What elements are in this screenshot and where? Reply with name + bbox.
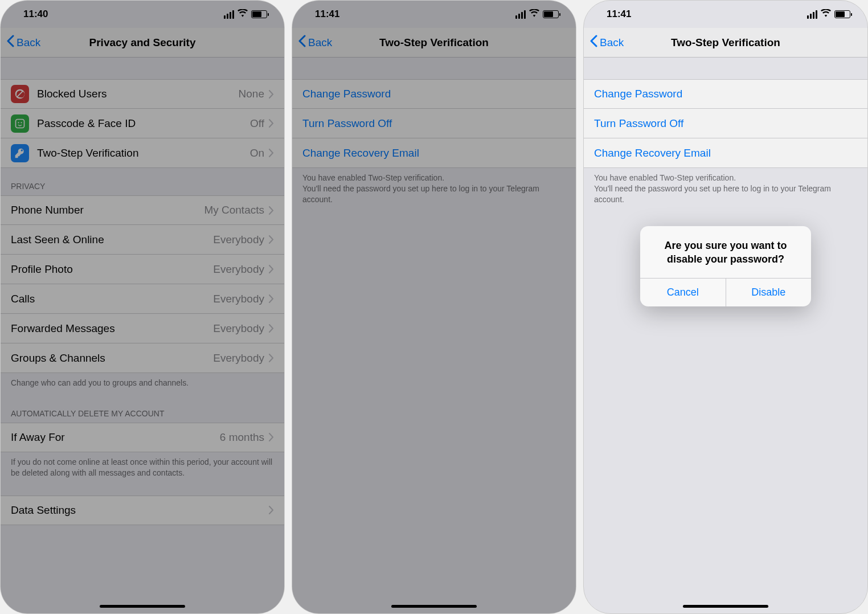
section-header-delete: AUTOMATICALLY DELETE MY ACCOUNT bbox=[1, 395, 284, 423]
page-title: Two-Step Verification bbox=[292, 36, 576, 49]
row-value: Everybody bbox=[213, 322, 264, 335]
wifi-icon bbox=[529, 9, 539, 20]
status-time: 11:40 bbox=[23, 9, 48, 20]
back-label: Back bbox=[600, 36, 624, 49]
signal-icon bbox=[807, 10, 817, 19]
back-label: Back bbox=[17, 36, 40, 49]
row-label: Profile Photo bbox=[11, 263, 213, 276]
battery-icon bbox=[834, 10, 850, 18]
row-label: Two-Step Verification bbox=[37, 147, 250, 159]
wifi-icon bbox=[821, 9, 831, 20]
row-data-settings[interactable]: Data Settings bbox=[1, 496, 284, 525]
disable-button[interactable]: Disable bbox=[726, 279, 812, 306]
screen-privacy-security: 11:40 Back Privacy and Security Blocked … bbox=[0, 0, 285, 614]
row-turn-password-off[interactable]: Turn Password Off bbox=[584, 109, 867, 138]
chevron-right-icon bbox=[269, 235, 274, 244]
chevron-right-icon bbox=[269, 90, 274, 99]
row-groups-channels[interactable]: Groups & Channels Everybody bbox=[1, 343, 284, 373]
chevron-right-icon bbox=[269, 294, 274, 303]
chevron-right-icon bbox=[269, 506, 274, 514]
row-value: Everybody bbox=[213, 263, 264, 276]
row-label: Phone Number bbox=[11, 204, 204, 216]
nav-bar: Back Two-Step Verification bbox=[584, 28, 867, 58]
status-bar: 11:41 bbox=[292, 1, 576, 28]
back-button[interactable]: Back bbox=[1, 35, 40, 50]
row-value: 6 months bbox=[220, 431, 264, 444]
row-label: Last Seen & Online bbox=[11, 234, 213, 246]
row-value: Everybody bbox=[213, 234, 264, 246]
row-if-away-for[interactable]: If Away For 6 months bbox=[1, 423, 284, 452]
row-change-password[interactable]: Change Password bbox=[292, 79, 576, 109]
row-value: My Contacts bbox=[204, 204, 264, 216]
row-label: Turn Password Off bbox=[594, 117, 857, 130]
row-value: On bbox=[250, 147, 264, 159]
home-indicator[interactable] bbox=[100, 605, 185, 608]
status-icons bbox=[807, 9, 850, 20]
row-two-step-verification[interactable]: Two-Step Verification On bbox=[1, 138, 284, 168]
faceid-icon bbox=[11, 114, 29, 133]
svg-point-2 bbox=[21, 122, 22, 123]
row-change-recovery-email[interactable]: Change Recovery Email bbox=[292, 138, 576, 168]
row-label: Change Recovery Email bbox=[594, 147, 857, 159]
status-time: 11:41 bbox=[315, 9, 339, 20]
row-value: Everybody bbox=[213, 352, 264, 365]
row-value: Everybody bbox=[213, 293, 264, 305]
chevron-right-icon bbox=[269, 354, 274, 362]
section-footer: You have enabled Two-Step verification. … bbox=[584, 168, 867, 212]
row-label: Blocked Users bbox=[37, 88, 239, 100]
screen-two-step-verification-alert: 11:41 Back Two-Step Verification Change … bbox=[583, 0, 868, 614]
chevron-right-icon bbox=[269, 433, 274, 441]
row-last-seen[interactable]: Last Seen & Online Everybody bbox=[1, 225, 284, 255]
chevron-right-icon bbox=[269, 119, 274, 128]
row-label: Calls bbox=[11, 293, 213, 305]
cancel-button[interactable]: Cancel bbox=[640, 279, 726, 306]
row-blocked-users[interactable]: Blocked Users None bbox=[1, 79, 284, 109]
back-label: Back bbox=[308, 36, 332, 49]
row-label: Turn Password Off bbox=[302, 117, 566, 130]
section-footer-privacy: Change who can add you to groups and cha… bbox=[1, 373, 284, 395]
row-passcode-faceid[interactable]: Passcode & Face ID Off bbox=[1, 109, 284, 138]
section-header-privacy: PRIVACY bbox=[1, 168, 284, 195]
home-indicator[interactable] bbox=[683, 605, 768, 608]
battery-icon bbox=[543, 10, 559, 18]
blocked-icon bbox=[11, 85, 29, 103]
home-indicator[interactable] bbox=[391, 605, 477, 608]
row-label: Data Settings bbox=[11, 504, 269, 517]
section-footer-delete: If you do not come online at least once … bbox=[1, 452, 284, 485]
row-label: Change Password bbox=[594, 88, 857, 100]
status-icons bbox=[515, 9, 559, 20]
chevron-right-icon bbox=[269, 265, 274, 273]
chevron-right-icon bbox=[269, 149, 274, 157]
row-label: If Away For bbox=[11, 431, 220, 444]
svg-rect-0 bbox=[16, 119, 24, 128]
row-label: Forwarded Messages bbox=[11, 322, 213, 335]
nav-bar: Back Two-Step Verification bbox=[292, 28, 576, 58]
row-change-recovery-email[interactable]: Change Recovery Email bbox=[584, 138, 867, 168]
wifi-icon bbox=[238, 9, 248, 20]
chevron-left-icon bbox=[298, 35, 306, 50]
chevron-left-icon bbox=[6, 35, 14, 50]
screen-two-step-verification: 11:41 Back Two-Step Verification Change … bbox=[292, 0, 576, 614]
status-bar: 11:40 bbox=[1, 1, 284, 28]
row-profile-photo[interactable]: Profile Photo Everybody bbox=[1, 255, 284, 284]
chevron-left-icon bbox=[589, 35, 597, 50]
status-time: 11:41 bbox=[607, 9, 631, 20]
key-icon bbox=[11, 144, 29, 162]
row-label: Change Password bbox=[302, 88, 566, 100]
row-value: None bbox=[239, 88, 264, 100]
battery-icon bbox=[251, 10, 267, 18]
svg-point-1 bbox=[18, 122, 19, 123]
page-title: Two-Step Verification bbox=[584, 36, 867, 49]
row-phone-number[interactable]: Phone Number My Contacts bbox=[1, 195, 284, 225]
row-calls[interactable]: Calls Everybody bbox=[1, 284, 284, 314]
row-turn-password-off[interactable]: Turn Password Off bbox=[292, 109, 576, 138]
status-icons bbox=[224, 9, 267, 20]
row-value: Off bbox=[250, 117, 264, 130]
row-forwarded-messages[interactable]: Forwarded Messages Everybody bbox=[1, 314, 284, 343]
chevron-right-icon bbox=[269, 206, 274, 215]
section-footer: You have enabled Two-Step verification. … bbox=[292, 168, 576, 212]
back-button[interactable]: Back bbox=[584, 35, 624, 50]
row-label: Passcode & Face ID bbox=[37, 117, 250, 130]
row-change-password[interactable]: Change Password bbox=[584, 79, 867, 109]
back-button[interactable]: Back bbox=[292, 35, 332, 50]
